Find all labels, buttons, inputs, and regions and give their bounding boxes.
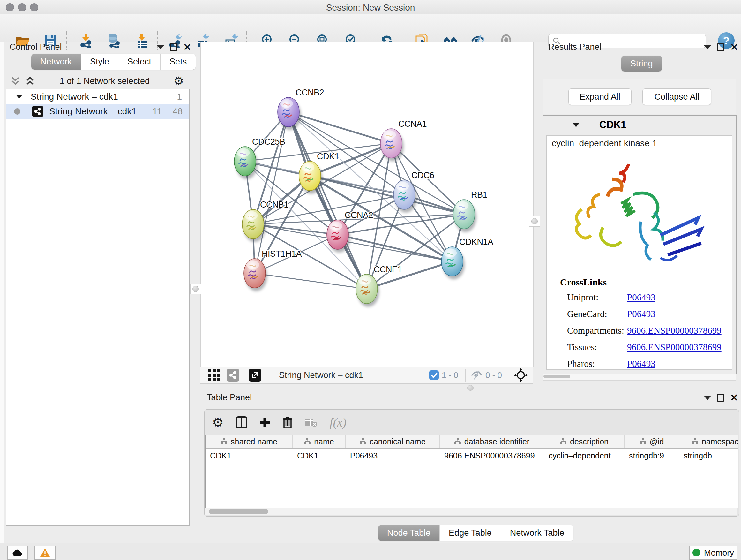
table-cell[interactable]: CDK1 [205, 449, 293, 462]
network-node-RB1[interactable]: RB1 [453, 190, 487, 232]
column-header-shared-name[interactable]: shared name [205, 435, 293, 448]
crosslink-value-link[interactable]: 9606.ENSP00000378699 [627, 325, 722, 336]
gene-section-header[interactable]: CDK1 [543, 116, 736, 134]
table-cell[interactable]: CDK1 [293, 449, 346, 462]
column-header-description[interactable]: description [544, 435, 624, 448]
show-columns-icon[interactable] [236, 416, 247, 429]
tab-select[interactable]: Select [118, 54, 160, 70]
memory-button[interactable]: Memory [689, 546, 737, 560]
status-bar: Memory [0, 543, 741, 560]
open-in-window-icon[interactable] [249, 369, 261, 381]
crosslink-value-link[interactable]: P06493 [627, 359, 656, 369]
network-edge[interactable] [288, 112, 367, 289]
network-view-toolbar: String Network – cdk1 1 - 0 0 - 0 [200, 367, 533, 384]
panel-menu-icon[interactable] [704, 45, 711, 50]
panel-close-icon[interactable]: ✕ [730, 395, 738, 401]
table-horizontal-scrollbar[interactable] [205, 508, 738, 515]
crosslink-row: Compartments:9606.ENSP00000378699 [567, 325, 727, 338]
import-network-database-icon[interactable] [106, 33, 121, 48]
network-edge[interactable] [338, 235, 452, 261]
network-share-icon[interactable] [226, 369, 239, 381]
crosslink-row: Pharos:P06493 [567, 359, 727, 371]
results-horizontal-scrollbar[interactable] [542, 374, 736, 381]
column-header-id[interactable]: @id [624, 435, 679, 448]
tab-string[interactable]: String [621, 56, 662, 71]
network-row-selected[interactable]: String Network – cdk1 11 48 [6, 104, 189, 119]
network-label: String Network – cdk1 [49, 106, 137, 117]
network-node-CDK1[interactable]: CDK1 [299, 152, 339, 194]
network-edge[interactable] [288, 112, 391, 143]
import-network-file-icon[interactable] [78, 33, 93, 48]
panel-float-icon[interactable] [717, 394, 724, 401]
tab-style[interactable]: Style [81, 54, 118, 70]
expand-all-icon[interactable] [25, 76, 36, 86]
results-panel-title: Results Panel [548, 42, 602, 52]
gene-section: CDK1 cyclin–dependent kinase 1 CrossLink… [542, 115, 737, 374]
node-label: CCNE1 [374, 265, 402, 274]
panel-float-icon[interactable] [170, 44, 178, 51]
node-label: CDC25B [252, 137, 285, 146]
tab-edge-table[interactable]: Edge Table [440, 525, 501, 541]
crosslink-value-link[interactable]: P06493 [627, 309, 656, 319]
column-attribute-icon [639, 438, 647, 445]
network-collection-row[interactable]: String Network – cdk1 1 [6, 89, 189, 104]
network-tree: String Network – cdk1 1 String Network –… [6, 89, 190, 525]
column-attribute-icon [454, 438, 461, 445]
selected-checkbox-icon[interactable] [429, 370, 439, 380]
node-label: HIST1H1A [262, 249, 302, 259]
hidden-eye-icon[interactable] [470, 370, 483, 381]
node-label: CDC6 [411, 171, 434, 180]
network-edge[interactable] [253, 224, 338, 235]
warnings-button[interactable] [35, 546, 56, 560]
column-header-name[interactable]: name [293, 435, 346, 448]
gene-section-body: cyclin–dependent kinase 1 CrossLinks Uni… [546, 135, 732, 370]
network-node-CDKN1A[interactable]: CDKN1A [441, 237, 493, 279]
panel-menu-icon[interactable] [704, 396, 711, 400]
column-header-namespace[interactable]: namespace [679, 435, 738, 448]
function-builder-icon[interactable]: f(x) [330, 415, 347, 429]
network-edge[interactable] [255, 273, 367, 289]
create-column-plus-icon[interactable] [259, 417, 270, 428]
table-options-gear-icon[interactable]: ⚙ [212, 415, 224, 430]
table-cell[interactable]: P06493 [346, 449, 440, 462]
delete-table-icon[interactable] [305, 417, 318, 428]
right-splitter-handle[interactable] [529, 216, 540, 227]
network-node-HIST1H1A[interactable]: HIST1H1A [244, 249, 302, 291]
toolbar-separator [66, 31, 67, 50]
table-cell[interactable]: 9606.ENSP00000378699 [440, 449, 544, 462]
collapse-all-button[interactable]: Collapse All [643, 88, 711, 105]
table-cell[interactable]: cyclin–dependent ... [544, 449, 624, 462]
tree-expand-icon[interactable] [15, 94, 23, 100]
tab-network[interactable]: Network [31, 54, 81, 70]
control-panel-tools: ✕ [157, 44, 191, 51]
network-canvas[interactable]: CCNB2CCNA1CDC25BCDK1CDC6RB1CCNB1CCNA2CDK… [200, 42, 534, 367]
tab-network-table[interactable]: Network Table [501, 525, 574, 541]
crosslink-value-link[interactable]: 9606.ENSP00000378699 [627, 342, 722, 353]
cloud-status-button[interactable] [7, 546, 28, 560]
panel-menu-icon[interactable] [157, 45, 164, 50]
panel-float-icon[interactable] [717, 44, 724, 51]
fit-selected-crosshair-icon[interactable] [514, 368, 528, 382]
expand-all-button[interactable]: Expand All [568, 88, 631, 105]
table-cell[interactable]: stringdb [679, 449, 738, 462]
bottom-splitter-handle[interactable] [467, 385, 474, 391]
panel-close-icon[interactable]: ✕ [730, 44, 738, 51]
left-splitter-handle[interactable] [190, 284, 201, 294]
birds-eye-grid-icon[interactable] [207, 368, 221, 382]
tab-sets[interactable]: Sets [160, 54, 196, 70]
import-table-icon[interactable] [134, 33, 149, 48]
crosslink-label: Tissues: [567, 342, 597, 353]
delete-column-trash-icon[interactable] [282, 416, 293, 428]
column-attribute-icon [560, 438, 567, 445]
network-options-gear-icon[interactable]: ⚙ [174, 74, 184, 88]
collapse-all-icon[interactable] [10, 76, 21, 86]
crosslink-value-link[interactable]: P06493 [627, 292, 656, 303]
tab-node-table[interactable]: Node Table [378, 525, 440, 541]
section-collapse-icon[interactable] [572, 122, 580, 128]
column-header-canonical-name[interactable]: canonical name [346, 435, 440, 448]
table-row[interactable]: CDK1CDK1P064939606.ENSP00000378699cyclin… [205, 449, 738, 462]
column-header-database-identifier[interactable]: database identifier [440, 435, 544, 448]
network-node-CCNA2[interactable]: CCNA2 [327, 210, 373, 253]
table-cell[interactable]: stringdb:9... [624, 449, 679, 462]
panel-close-icon[interactable]: ✕ [183, 44, 191, 51]
